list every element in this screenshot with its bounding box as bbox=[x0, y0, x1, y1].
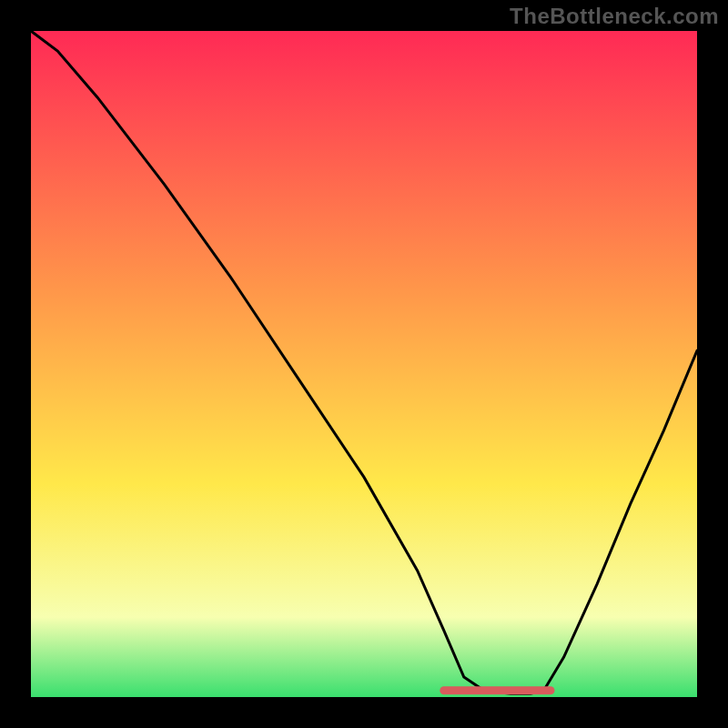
chart-frame: TheBottleneck.com bbox=[0, 0, 728, 728]
bottleneck-chart bbox=[31, 31, 697, 697]
gradient-background bbox=[31, 31, 697, 697]
watermark-text: TheBottleneck.com bbox=[510, 4, 719, 29]
plot-area bbox=[31, 31, 697, 697]
